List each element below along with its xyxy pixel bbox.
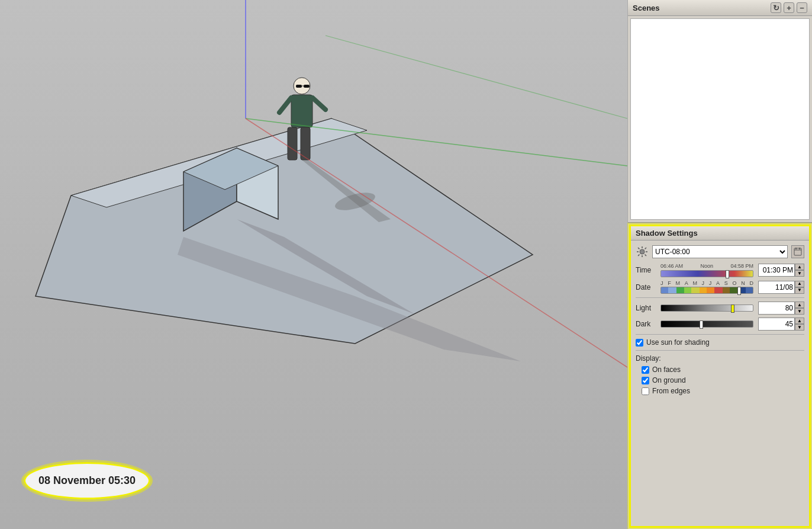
dark-increment-button[interactable]: ▲ [795,318,804,324]
light-spinner-buttons: ▲ ▼ [795,302,804,315]
light-decrement-button[interactable]: ▼ [795,308,804,315]
time-row: Time 06:46 AM Noon 04:58 PM ▲ ▼ [636,263,804,277]
date-input[interactable] [758,281,795,294]
svg-line-27 [638,248,640,249]
svg-line-28 [645,255,647,257]
month-j1: J [660,280,663,286]
light-input[interactable] [758,302,795,315]
date-slider-thumb[interactable] [737,287,741,295]
from-edges-label: From edges [652,387,690,395]
month-f: F [668,280,671,286]
divider-2 [636,334,804,335]
light-row: Light ▲ ▼ [636,302,804,315]
on-faces-row: On faces [642,366,804,374]
on-faces-label: On faces [652,366,681,374]
svg-line-29 [645,248,647,249]
dark-slider-track[interactable] [660,320,753,328]
right-panel: Scenes ↻ + − Shadow Settings [627,0,812,529]
month-a2: A [716,280,720,286]
on-ground-row: On ground [642,376,804,384]
date-decrement-button[interactable]: ▼ [795,287,804,294]
shadow-title: Shadow Settings [636,229,698,238]
date-slider-track[interactable] [660,287,753,294]
time-max-label: 04:58 PM [730,263,753,269]
svg-rect-31 [794,248,801,255]
utc-row: UTC-08:00 [636,244,804,259]
svg-point-22 [640,249,645,254]
utc-clock-button[interactable] [791,245,804,258]
svg-rect-8 [291,95,312,127]
month-j3: J [709,280,712,286]
time-slider-track[interactable] [660,270,753,277]
dark-row: Dark ▲ ▼ [636,318,804,331]
time-increment-button[interactable]: ▲ [795,264,804,270]
time-label: Time [636,266,658,274]
dark-decrement-button[interactable]: ▼ [795,324,804,331]
from-edges-row: From edges [642,387,804,395]
utc-select[interactable]: UTC-08:00 [652,245,788,258]
date-slider-container: J F M A M J J A S O N D [660,280,753,294]
light-slider-thumb[interactable] [731,304,734,313]
month-a1: A [685,280,688,286]
divider-3 [636,350,804,351]
scenes-add-button[interactable]: + [784,2,794,13]
month-n: N [741,280,745,286]
time-min-label: 06:46 AM [660,263,683,269]
on-faces-checkbox[interactable] [642,366,649,374]
svg-line-11 [279,98,291,113]
svg-rect-9 [288,127,297,160]
light-spinner: ▲ ▼ [758,302,804,315]
dark-label: Dark [636,320,658,328]
on-ground-label: On ground [652,376,686,384]
svg-rect-14 [304,85,310,88]
light-slider-track[interactable] [660,304,753,312]
use-sun-checkbox[interactable] [636,339,643,347]
svg-line-30 [638,255,640,257]
date-increment-button[interactable]: ▲ [795,281,804,287]
date-label: Date [636,283,658,291]
time-labels: 06:46 AM Noon 04:58 PM [660,263,753,269]
date-row: Date J F M A M J J A S O N D [636,280,804,294]
date-spinner: ▲ ▼ [758,281,804,294]
month-s: S [724,280,728,286]
scenes-remove-button[interactable]: − [797,2,807,13]
month-m2: M [692,280,697,286]
datetime-overlay: 08 November 05:30 [24,462,150,499]
time-decrement-button[interactable]: ▼ [795,270,804,277]
light-increment-button[interactable]: ▲ [795,302,804,308]
month-o: O [733,280,737,286]
datetime-text: 08 November 05:30 [38,475,136,486]
scenes-title: Scenes [633,4,660,12]
time-spinner-buttons: ▲ ▼ [795,264,804,277]
dark-spinner-buttons: ▲ ▼ [795,318,804,331]
scenes-panel: Scenes ↻ + − [628,0,812,223]
scenes-toolbar: ↻ + − [771,2,807,13]
scenes-refresh-button[interactable]: ↻ [771,2,781,13]
scenes-header: Scenes ↻ + − [628,0,812,16]
time-mid-label: Noon [700,263,713,269]
time-input[interactable] [758,264,795,277]
svg-line-21 [326,36,627,118]
svg-rect-13 [296,85,302,88]
shadow-content: UTC-08:00 Time 06:46 AM N [631,241,809,401]
3d-viewport[interactable]: 08 November 05:30 [0,0,627,529]
from-edges-checkbox[interactable] [642,387,649,395]
date-month-labels: J F M A M J J A S O N D [660,280,753,286]
time-spinner: ▲ ▼ [758,264,804,277]
use-sun-row: Use sun for shading [636,338,804,347]
month-m1: M [675,280,680,286]
scenes-list [630,18,810,220]
display-label: Display: [636,354,804,363]
time-slider-thumb[interactable] [726,270,729,278]
light-label: Light [636,304,658,312]
scene-content [0,0,627,529]
use-sun-label: Use sun for shading [646,338,710,347]
dark-slider-thumb[interactable] [700,320,703,329]
shadow-settings-panel: Shadow Settings [629,225,811,528]
month-d: D [749,280,753,286]
sun-icon [636,245,649,258]
dark-input[interactable] [758,318,795,331]
on-ground-checkbox[interactable] [642,377,649,384]
month-j2: J [702,280,705,286]
divider-1 [636,297,804,298]
